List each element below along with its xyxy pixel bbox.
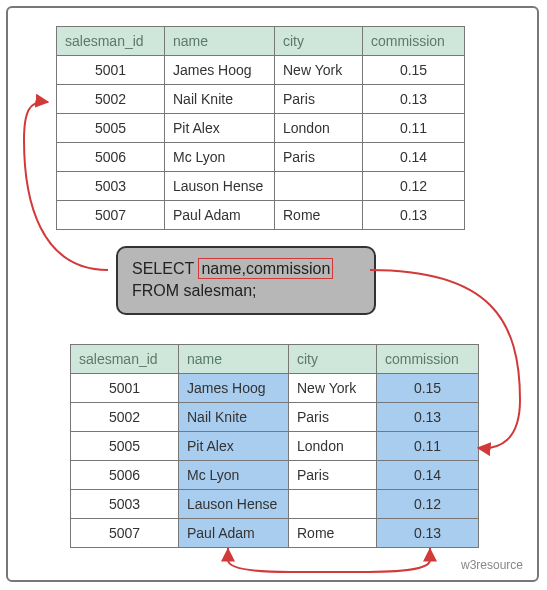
cell-comm: 0.15 (377, 374, 479, 403)
col-city: city (289, 345, 377, 374)
cell-id: 5003 (71, 490, 179, 519)
table-row: 5002 Nail Knite Paris 0.13 (71, 403, 479, 432)
sql-select-keyword: SELECT (132, 260, 198, 277)
table-row: 5005 Pit Alex London 0.11 (71, 432, 479, 461)
table-row: 5005 Pit Alex London 0.11 (57, 114, 465, 143)
cell-city (289, 490, 377, 519)
cell-city: New York (275, 56, 363, 85)
cell-name: Nail Knite (165, 85, 275, 114)
cell-city: Paris (275, 85, 363, 114)
cell-comm: 0.14 (363, 143, 465, 172)
cell-id: 5002 (71, 403, 179, 432)
col-salesman-id: salesman_id (71, 345, 179, 374)
table-header-row: salesman_id name city commission (57, 27, 465, 56)
cell-comm: 0.11 (377, 432, 479, 461)
col-name: name (165, 27, 275, 56)
table-row: 5003 Lauson Hense 0.12 (71, 490, 479, 519)
cell-id: 5006 (57, 143, 165, 172)
col-commission: commission (363, 27, 465, 56)
cell-city: London (289, 432, 377, 461)
table-row: 5006 Mc Lyon Paris 0.14 (71, 461, 479, 490)
table-row: 5001 James Hoog New York 0.15 (57, 56, 465, 85)
cell-city: New York (289, 374, 377, 403)
sql-from-clause: FROM salesman; (132, 280, 360, 302)
cell-name: Mc Lyon (179, 461, 289, 490)
cell-id: 5001 (57, 56, 165, 85)
cell-comm: 0.13 (363, 85, 465, 114)
cell-id: 5005 (57, 114, 165, 143)
cell-name: Lauson Hense (165, 172, 275, 201)
table-row: 5002 Nail Knite Paris 0.13 (57, 85, 465, 114)
table-row: 5001 James Hoog New York 0.15 (71, 374, 479, 403)
cell-name: Pit Alex (165, 114, 275, 143)
cell-name: James Hoog (179, 374, 289, 403)
cell-city: Paris (289, 403, 377, 432)
cell-id: 5007 (71, 519, 179, 548)
cell-name: Mc Lyon (165, 143, 275, 172)
watermark-label: w3resource (461, 558, 523, 572)
cell-city: Rome (275, 201, 363, 230)
salesman-table-source: salesman_id name city commission 5001 Ja… (56, 26, 465, 230)
table-row: 5007 Paul Adam Rome 0.13 (71, 519, 479, 548)
table-row: 5007 Paul Adam Rome 0.13 (57, 201, 465, 230)
table-row: 5006 Mc Lyon Paris 0.14 (57, 143, 465, 172)
salesman-table-result: salesman_id name city commission 5001 Ja… (70, 344, 479, 548)
cell-name: Paul Adam (179, 519, 289, 548)
cell-city: Rome (289, 519, 377, 548)
col-name: name (179, 345, 289, 374)
diagram-frame: salesman_id name city commission 5001 Ja… (6, 6, 539, 582)
table-row: 5003 Lauson Hense 0.12 (57, 172, 465, 201)
cell-id: 5007 (57, 201, 165, 230)
cell-city: Paris (275, 143, 363, 172)
cell-comm: 0.12 (377, 490, 479, 519)
cell-name: Lauson Hense (179, 490, 289, 519)
cell-city: London (275, 114, 363, 143)
col-city: city (275, 27, 363, 56)
sql-selected-columns: name,commission (198, 258, 333, 279)
cell-id: 5001 (71, 374, 179, 403)
cell-comm: 0.14 (377, 461, 479, 490)
cell-id: 5006 (71, 461, 179, 490)
cell-id: 5005 (71, 432, 179, 461)
cell-comm: 0.11 (363, 114, 465, 143)
cell-id: 5002 (57, 85, 165, 114)
col-commission: commission (377, 345, 479, 374)
col-salesman-id: salesman_id (57, 27, 165, 56)
cell-comm: 0.15 (363, 56, 465, 85)
cell-name: Nail Knite (179, 403, 289, 432)
cell-city: Paris (289, 461, 377, 490)
cell-comm: 0.13 (377, 403, 479, 432)
cell-comm: 0.13 (363, 201, 465, 230)
cell-name: Pit Alex (179, 432, 289, 461)
cell-comm: 0.12 (363, 172, 465, 201)
cell-city (275, 172, 363, 201)
sql-statement-box: SELECT name,commission FROM salesman; (116, 246, 376, 315)
table-header-row: salesman_id name city commission (71, 345, 479, 374)
cell-name: James Hoog (165, 56, 275, 85)
cell-name: Paul Adam (165, 201, 275, 230)
cell-comm: 0.13 (377, 519, 479, 548)
cell-id: 5003 (57, 172, 165, 201)
